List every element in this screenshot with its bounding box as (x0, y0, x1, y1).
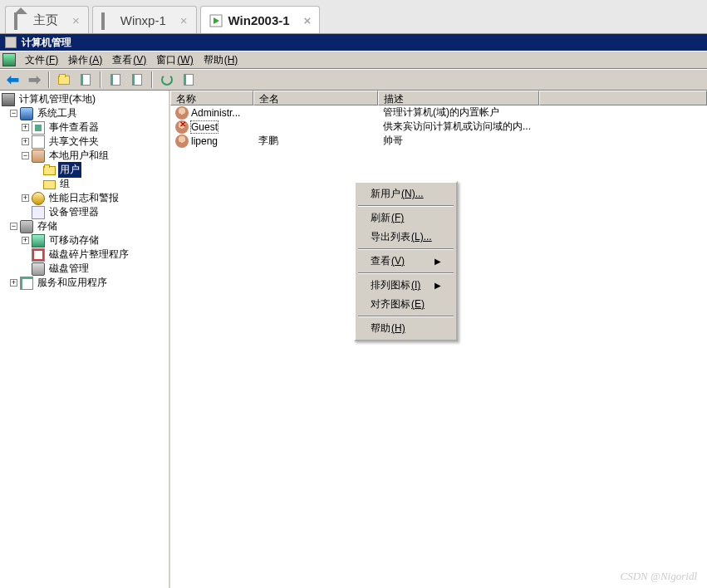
help-icon (184, 74, 194, 86)
separator (358, 248, 454, 250)
menu-window[interactable]: 窗口(W) (151, 51, 198, 69)
tree-event-viewer[interactable]: + 事件查看器 (0, 120, 169, 135)
cm-new-user[interactable]: 新用户(N)... (357, 184, 454, 203)
list-row[interactable]: Administr... 管理计算机(域)的内置帐户 (170, 105, 707, 120)
refresh-icon (161, 74, 173, 86)
refresh-button[interactable] (158, 71, 176, 89)
cm-refresh[interactable]: 刷新(F) (357, 208, 454, 228)
main-area: 计算机管理(本地) − 系统工具 + 事件查看器 + 共享文件夹 − 本地用户和… (0, 91, 707, 588)
disk-mgmt-icon (32, 262, 45, 276)
tree-disk-mgmt[interactable]: 磁盘管理 (0, 262, 169, 276)
menu-view[interactable]: 查看(V) (107, 51, 151, 69)
expand-icon[interactable]: + (22, 194, 29, 202)
tree-users[interactable]: 用户 (0, 163, 169, 177)
close-icon[interactable]: × (72, 13, 80, 27)
window-titlebar: 计算机管理 (0, 34, 707, 51)
panes-icon (81, 74, 91, 86)
tab-win2003[interactable]: Win2003-1 × (200, 6, 321, 33)
collapse-icon[interactable]: − (22, 152, 29, 159)
tab-label: Win2003-1 (228, 13, 290, 27)
event-viewer-icon (32, 121, 45, 135)
shared-folders-icon (32, 135, 45, 149)
separator (358, 205, 454, 207)
browser-tab-bar: 主页 × Winxp-1 × Win2003-1 × (0, 0, 707, 34)
services-icon (20, 277, 33, 290)
tree-pane[interactable]: 计算机管理(本地) − 系统工具 + 事件查看器 + 共享文件夹 − 本地用户和… (0, 91, 170, 588)
window-title: 计算机管理 (22, 36, 71, 50)
tab-label: 主页 (33, 12, 58, 28)
tab-label: Winxp-1 (120, 13, 166, 27)
cm-export[interactable]: 导出列表(L)... (357, 228, 454, 247)
tree-defrag[interactable]: 磁盘碎片整理程序 (0, 247, 169, 262)
menu-file[interactable]: 文件(F) (20, 51, 63, 69)
expand-icon[interactable]: + (22, 124, 29, 131)
help-button[interactable] (179, 71, 198, 89)
collapse-icon[interactable]: − (10, 110, 17, 117)
up-button[interactable] (55, 71, 73, 89)
separator (100, 71, 101, 88)
users-groups-icon (32, 149, 45, 163)
list-row[interactable]: Guest 供来宾访问计算机或访问域的内... (170, 120, 707, 134)
col-fullname[interactable]: 全名 (253, 91, 378, 105)
collapse-icon[interactable]: − (10, 223, 17, 230)
removable-storage-icon (32, 234, 45, 247)
cm-help[interactable]: 帮助(H) (357, 319, 454, 338)
forward-button[interactable]: ➡ (25, 71, 43, 89)
list-body: Administr... 管理计算机(域)的内置帐户 Guest 供来宾访问计算… (170, 105, 707, 148)
menu-help[interactable]: 帮助(H) (199, 51, 243, 69)
tree-shared-folders[interactable]: + 共享文件夹 (0, 135, 169, 149)
arrow-right-icon: ➡ (28, 71, 41, 89)
cm-view[interactable]: 查看(V)▶ (357, 252, 454, 271)
chevron-right-icon: ▶ (435, 281, 441, 290)
export-button[interactable] (128, 71, 146, 89)
tree-local-users[interactable]: − 本地用户和组 (0, 149, 169, 163)
defrag-icon (32, 248, 45, 262)
user-disabled-icon (175, 120, 189, 134)
show-hide-button[interactable] (76, 71, 95, 89)
tab-home[interactable]: 主页 × (5, 6, 89, 33)
tree-perf-logs[interactable]: + 性能日志和警报 (0, 191, 169, 205)
properties-icon (110, 74, 120, 86)
close-icon[interactable]: × (304, 13, 312, 27)
col-empty[interactable] (539, 91, 707, 105)
tree-services-apps[interactable]: + 服务和应用程序 (0, 276, 169, 290)
cm-arrange[interactable]: 排列图标(I)▶ (357, 276, 454, 295)
expand-icon[interactable]: + (22, 237, 29, 244)
menu-action[interactable]: 操作(A) (63, 51, 107, 69)
svg-marker-1 (214, 17, 219, 24)
tree-root[interactable]: 计算机管理(本地) (0, 92, 169, 106)
tree-removable[interactable]: + 可移动存储 (0, 233, 169, 247)
document-icon (101, 14, 115, 27)
list-pane[interactable]: 名称 全名 描述 Administr... 管理计算机(域)的内置帐户 Gues… (170, 91, 707, 588)
tools-icon (20, 107, 33, 120)
mmc-icon (2, 53, 16, 66)
user-icon (175, 135, 189, 148)
list-row[interactable]: lipeng 李鹏 帅哥 (170, 134, 707, 148)
app-icon (5, 37, 17, 48)
tree-groups[interactable]: 组 (0, 177, 169, 191)
close-icon[interactable]: × (180, 13, 188, 27)
chevron-right-icon: ▶ (435, 257, 441, 266)
context-menu: 新用户(N)... 刷新(F) 导出列表(L)... 查看(V)▶ 排列图标(I… (354, 181, 458, 341)
performance-icon (32, 192, 45, 205)
expand-icon[interactable]: + (22, 138, 29, 145)
menu-bar: 文件(F) 操作(A) 查看(V) 窗口(W) 帮助(H) (0, 51, 707, 69)
home-icon (14, 14, 27, 27)
tree-storage[interactable]: − 存储 (0, 219, 169, 233)
col-name[interactable]: 名称 (170, 91, 253, 105)
watermark: CSDN @Nigoridl (620, 570, 697, 583)
tree-device-mgr[interactable]: 设备管理器 (0, 205, 169, 219)
tab-winxp[interactable]: Winxp-1 × (92, 6, 197, 33)
col-desc[interactable]: 描述 (378, 91, 539, 105)
toolbar: ⬅ ➡ (0, 69, 707, 91)
tree-system-tools[interactable]: − 系统工具 (0, 106, 169, 120)
folder-open-icon (43, 166, 56, 175)
cm-align[interactable]: 对齐图标(E) (357, 295, 454, 314)
device-manager-icon (32, 206, 45, 219)
properties-button[interactable] (106, 71, 125, 89)
folder-up-icon (58, 76, 70, 85)
expand-icon[interactable]: + (10, 279, 17, 287)
back-button[interactable]: ⬅ (3, 71, 22, 89)
folder-icon (43, 180, 56, 189)
separator (358, 272, 454, 274)
